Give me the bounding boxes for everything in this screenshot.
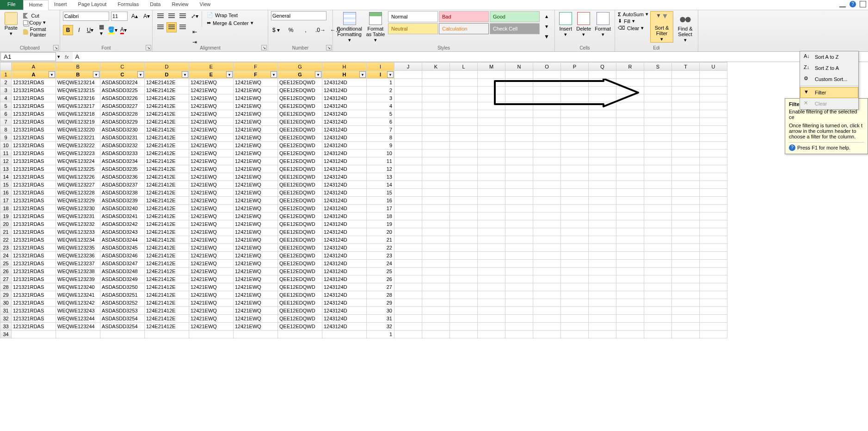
- cell[interactable]: 12421EWQ: [189, 126, 234, 134]
- filter-dropdown-G[interactable]: ▾: [315, 71, 321, 78]
- cell[interactable]: [616, 150, 644, 157]
- cell[interactable]: [505, 126, 533, 134]
- cell[interactable]: [700, 252, 727, 260]
- cell[interactable]: [533, 118, 561, 126]
- accounting-format-button[interactable]: $ ▾: [271, 25, 281, 35]
- cell[interactable]: [616, 79, 644, 87]
- cell[interactable]: ASDASDD3235: [100, 165, 145, 173]
- cell[interactable]: 1243124D: [322, 150, 367, 157]
- cell[interactable]: [644, 134, 672, 142]
- cell[interactable]: [644, 275, 672, 283]
- cell[interactable]: [672, 197, 700, 205]
- cell[interactable]: [672, 150, 700, 157]
- cell[interactable]: [422, 244, 450, 252]
- cell[interactable]: [561, 315, 589, 323]
- cell[interactable]: [422, 71, 450, 79]
- filter-dropdown-H[interactable]: ▾: [359, 71, 366, 78]
- chevron-down-icon[interactable]: ▾: [10, 31, 12, 37]
- cell[interactable]: [478, 291, 505, 299]
- cell[interactable]: 124E21412E: [145, 228, 189, 236]
- cell[interactable]: [505, 102, 533, 110]
- cell[interactable]: [589, 134, 616, 142]
- cell[interactable]: [700, 87, 727, 94]
- cell[interactable]: [672, 283, 700, 291]
- cell[interactable]: 124E21412E: [145, 268, 189, 275]
- cell[interactable]: [644, 94, 672, 102]
- cell[interactable]: 1243124D: [322, 291, 367, 299]
- cell[interactable]: ASDASDD3243: [100, 228, 145, 236]
- column-header-I[interactable]: I: [367, 62, 394, 71]
- cell[interactable]: ASDASDD3244: [100, 236, 145, 244]
- cell[interactable]: [644, 79, 672, 87]
- cell[interactable]: [394, 197, 422, 205]
- cell[interactable]: [422, 283, 450, 291]
- cell[interactable]: [450, 268, 478, 275]
- cell[interactable]: 30: [367, 307, 394, 315]
- cell[interactable]: [589, 236, 616, 244]
- cell[interactable]: [394, 323, 422, 331]
- cell[interactable]: QEE12EDQWD: [278, 150, 322, 157]
- cell[interactable]: [422, 323, 450, 331]
- insert-cells-button[interactable]: Insert▾: [558, 11, 573, 38]
- row-header-30[interactable]: 30: [0, 299, 12, 307]
- cell[interactable]: 12421EWQ: [234, 94, 278, 102]
- cell[interactable]: [672, 126, 700, 134]
- cell[interactable]: 12421EWQ: [234, 268, 278, 275]
- cell[interactable]: WEQWE123221: [56, 134, 100, 142]
- cell[interactable]: [478, 315, 505, 323]
- filter-dropdown-C[interactable]: ▾: [137, 71, 144, 78]
- filter-dropdown-D[interactable]: ▾: [182, 71, 188, 78]
- cell[interactable]: [672, 165, 700, 173]
- cell[interactable]: [422, 134, 450, 142]
- cell[interactable]: [533, 291, 561, 299]
- cell[interactable]: [672, 79, 700, 87]
- fill-button[interactable]: ⬇ Fill ▾: [618, 18, 648, 24]
- cell[interactable]: 1243124D: [322, 118, 367, 126]
- number-dialog-launcher[interactable]: ↘: [326, 45, 332, 50]
- cell[interactable]: [561, 150, 589, 157]
- align-left-button[interactable]: [155, 22, 166, 32]
- cell[interactable]: [478, 79, 505, 87]
- cell[interactable]: [700, 181, 727, 189]
- header-cell-C[interactable]: C▾: [100, 71, 145, 79]
- column-header-H[interactable]: H: [322, 62, 367, 71]
- cell[interactable]: QEE12EDQWD: [278, 79, 322, 87]
- cell[interactable]: [561, 142, 589, 150]
- cell[interactable]: 12421EWQ: [189, 189, 234, 197]
- cell[interactable]: ASDASDD3232: [100, 142, 145, 150]
- cell[interactable]: [616, 157, 644, 165]
- dropdown-custom-sort[interactable]: ⚙Custom Sort...: [800, 74, 858, 85]
- row-header-13[interactable]: 13: [0, 165, 12, 173]
- cell[interactable]: 121321RDAS: [12, 307, 56, 315]
- column-header-O[interactable]: O: [533, 62, 561, 71]
- cell[interactable]: [672, 220, 700, 228]
- cell[interactable]: [450, 299, 478, 307]
- cell[interactable]: 1243124D: [322, 181, 367, 189]
- cell[interactable]: [700, 173, 727, 181]
- cell[interactable]: WEQWE123244: [56, 323, 100, 331]
- cell[interactable]: ASDASDD3245: [100, 244, 145, 252]
- cell[interactable]: [644, 260, 672, 268]
- cell[interactable]: 1243124D: [322, 299, 367, 307]
- cell[interactable]: [644, 189, 672, 197]
- cell[interactable]: [422, 315, 450, 323]
- comma-format-button[interactable]: ,: [301, 25, 311, 35]
- font-color-button[interactable]: A▾: [118, 25, 129, 35]
- row-header-27[interactable]: 27: [0, 275, 12, 283]
- cell[interactable]: [644, 268, 672, 275]
- row-header-21[interactable]: 21: [0, 228, 12, 236]
- cell[interactable]: [700, 236, 727, 244]
- cell[interactable]: [422, 118, 450, 126]
- cell[interactable]: 12421EWQ: [234, 283, 278, 291]
- filter-dropdown-E[interactable]: ▾: [226, 71, 233, 78]
- cell[interactable]: [700, 150, 727, 157]
- cell[interactable]: [700, 331, 727, 338]
- cell[interactable]: 12421EWQ: [234, 307, 278, 315]
- sort-filter-button[interactable]: Sort & Filter▾: [650, 11, 673, 43]
- cell[interactable]: WEQWE123241: [56, 291, 100, 299]
- font-size-select[interactable]: [111, 12, 128, 21]
- cell[interactable]: [700, 197, 727, 205]
- cell[interactable]: [672, 315, 700, 323]
- cell[interactable]: 121321RDAS: [12, 110, 56, 118]
- cell[interactable]: ASDASDD3236: [100, 173, 145, 181]
